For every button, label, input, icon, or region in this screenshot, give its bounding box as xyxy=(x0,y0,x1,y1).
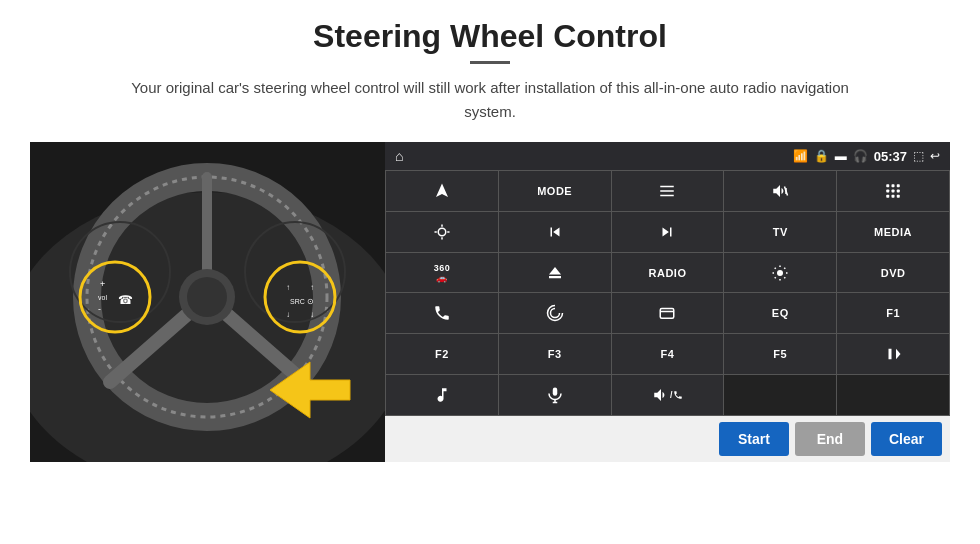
btn-brightness[interactable] xyxy=(724,253,836,293)
btn-volume-call[interactable]: / xyxy=(612,375,724,415)
btn-music[interactable] xyxy=(386,375,498,415)
svg-rect-25 xyxy=(661,190,675,192)
home-icon: ⌂ xyxy=(395,148,403,164)
svg-text:⊙: ⊙ xyxy=(307,297,314,306)
svg-rect-26 xyxy=(661,195,675,197)
btn-f5[interactable]: F5 xyxy=(724,334,836,374)
svg-point-38 xyxy=(438,228,446,236)
page-subtitle: Your original car's steering wheel contr… xyxy=(110,76,870,124)
page-title: Steering Wheel Control xyxy=(313,18,667,55)
svg-text:↓: ↓ xyxy=(286,310,290,319)
svg-rect-32 xyxy=(886,189,889,192)
bt-icon: 🎧 xyxy=(853,149,868,163)
status-bar: ⌂ 📶 🔒 ▬ 🎧 05:37 ⬚ ↩ xyxy=(385,142,950,170)
btn-forward[interactable] xyxy=(612,212,724,252)
btn-mode[interactable]: MODE xyxy=(499,171,611,211)
btn-tv[interactable]: TV xyxy=(724,212,836,252)
clock: 05:37 xyxy=(874,149,907,164)
svg-text:↑: ↑ xyxy=(286,283,290,292)
btn-window[interactable] xyxy=(612,293,724,333)
end-button[interactable]: End xyxy=(795,422,865,456)
svg-text:↑: ↑ xyxy=(310,283,314,292)
sd-icon: ▬ xyxy=(835,149,847,163)
svg-text:☎: ☎ xyxy=(118,293,133,307)
svg-text:↓: ↓ xyxy=(310,310,314,319)
btn-settings-ring[interactable] xyxy=(386,212,498,252)
page-wrapper: Steering Wheel Control Your original car… xyxy=(0,0,980,544)
btn-f4[interactable]: F4 xyxy=(612,334,724,374)
svg-text:+: + xyxy=(100,279,105,289)
svg-rect-36 xyxy=(892,195,895,198)
content-row: + vol - ☎ ↑ ↑ SRC ⊙ ↓ ↓ ⌂ xyxy=(30,142,950,462)
svg-rect-34 xyxy=(897,189,900,192)
btn-swirl[interactable] xyxy=(499,293,611,333)
btn-f3[interactable]: F3 xyxy=(499,334,611,374)
title-divider xyxy=(470,61,510,64)
btn-eq[interactable]: EQ xyxy=(724,293,836,333)
control-panel: ⌂ 📶 🔒 ▬ 🎧 05:37 ⬚ ↩ xyxy=(385,142,950,416)
btn-rewind[interactable] xyxy=(499,212,611,252)
svg-rect-31 xyxy=(897,184,900,187)
steering-wheel-svg: + vol - ☎ ↑ ↑ SRC ⊙ ↓ ↓ xyxy=(30,142,385,462)
svg-rect-29 xyxy=(886,184,889,187)
control-panel-wrapper: ⌂ 📶 🔒 ▬ 🎧 05:37 ⬚ ↩ xyxy=(385,142,950,462)
svg-rect-40 xyxy=(549,276,561,278)
svg-rect-33 xyxy=(892,189,895,192)
svg-point-41 xyxy=(777,270,783,276)
back-icon: ↩ xyxy=(930,149,940,163)
svg-marker-39 xyxy=(549,267,561,275)
btn-f1[interactable]: F1 xyxy=(837,293,949,333)
svg-rect-24 xyxy=(661,186,675,188)
btn-navigate[interactable] xyxy=(386,171,498,211)
svg-rect-46 xyxy=(552,388,557,396)
lock-icon: 🔒 xyxy=(814,149,829,163)
steering-wheel-image: + vol - ☎ ↑ ↑ SRC ⊙ ↓ ↓ xyxy=(30,142,385,462)
clear-button[interactable]: Clear xyxy=(871,422,942,456)
btn-empty-1 xyxy=(724,375,836,415)
svg-text:-: - xyxy=(98,304,101,314)
svg-rect-42 xyxy=(661,309,675,319)
btn-mute[interactable] xyxy=(724,171,836,211)
svg-rect-37 xyxy=(897,195,900,198)
svg-point-8 xyxy=(187,277,227,317)
btn-f2[interactable]: F2 xyxy=(386,334,498,374)
btn-media[interactable]: MEDIA xyxy=(837,212,949,252)
svg-rect-35 xyxy=(886,195,889,198)
svg-marker-45 xyxy=(896,349,901,360)
btn-play-pause[interactable] xyxy=(837,334,949,374)
btn-eject[interactable] xyxy=(499,253,611,293)
screen-icon: ⬚ xyxy=(913,149,924,163)
btn-phone[interactable] xyxy=(386,293,498,333)
svg-text:SRC: SRC xyxy=(290,298,305,305)
btn-empty-2 xyxy=(837,375,949,415)
bottom-bar: Start End Clear xyxy=(385,416,950,462)
btn-360[interactable]: 360🚗 xyxy=(386,253,498,293)
svg-rect-30 xyxy=(892,184,895,187)
status-icons: 📶 🔒 ▬ 🎧 05:37 ⬚ ↩ xyxy=(793,149,940,164)
btn-apps[interactable] xyxy=(837,171,949,211)
btn-mic[interactable] xyxy=(499,375,611,415)
button-grid: MODE xyxy=(385,170,950,416)
wifi-icon: 📶 xyxy=(793,149,808,163)
svg-text:vol: vol xyxy=(98,294,107,301)
start-button[interactable]: Start xyxy=(719,422,789,456)
btn-radio[interactable]: RADIO xyxy=(612,253,724,293)
btn-list[interactable] xyxy=(612,171,724,211)
svg-line-28 xyxy=(785,186,788,195)
btn-dvd[interactable]: DVD xyxy=(837,253,949,293)
svg-rect-44 xyxy=(889,349,892,360)
